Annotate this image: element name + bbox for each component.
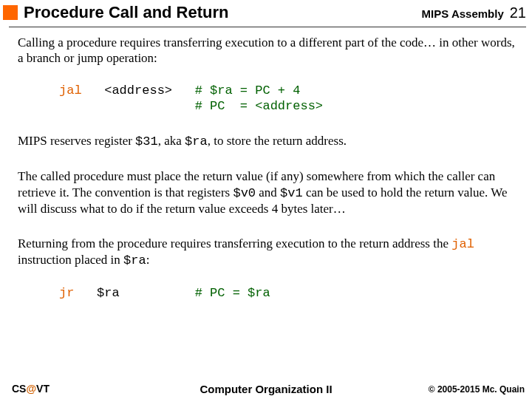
- code-keyword: jal: [59, 83, 82, 98]
- code-comment: # PC = $ra: [195, 286, 270, 300]
- footer-affiliation: CS@VT: [12, 383, 50, 395]
- code-inline: $31: [135, 134, 158, 149]
- paragraph-return: Returning from the procedure requires tr…: [18, 236, 517, 269]
- text-run: , aka: [158, 134, 185, 148]
- code-keyword: jr: [59, 286, 74, 300]
- code-inline: $v0: [233, 186, 256, 200]
- slide-footer: CS@VT Computer Organization II © 2005-20…: [0, 383, 532, 395]
- code-comment: # $ra = PC + 4: [195, 83, 301, 98]
- text-run: MIPS reserves register: [18, 134, 135, 148]
- code-jr: jr $ra # PC = $ra: [59, 285, 517, 301]
- slide-title: Procedure Call and Return: [24, 3, 422, 22]
- slide-header: Procedure Call and Return MIPS Assembly …: [0, 0, 532, 24]
- title-bullet-icon: [3, 5, 18, 20]
- code-jal: jal <address> # $ra = PC + 4 # PC = <add…: [59, 83, 517, 115]
- page-number: 21: [510, 4, 526, 21]
- paragraph-intro: Calling a procedure requires transferrin…: [18, 35, 517, 66]
- text-run: :: [146, 253, 150, 267]
- text-run: CS: [12, 383, 26, 395]
- footer-copyright: © 2005-2015 Mc. Quain: [429, 384, 525, 395]
- slide-content: Calling a procedure requires transferrin…: [0, 27, 532, 301]
- text-run: instruction placed in: [18, 253, 123, 267]
- paragraph-ra: MIPS reserves register $31, aka $ra, to …: [18, 133, 517, 149]
- text-run: , to store the return address.: [208, 134, 347, 148]
- footer-course: Computer Organization II: [200, 383, 332, 395]
- code-comment: # PC = <address>: [195, 99, 323, 113]
- slide: Procedure Call and Return MIPS Assembly …: [0, 0, 532, 399]
- header-right: MIPS Assembly 21: [422, 4, 526, 21]
- text-run: and: [256, 185, 280, 200]
- at-icon: @: [26, 383, 36, 395]
- text-run: Returning from the procedure requires tr…: [18, 236, 451, 250]
- code-arg: $ra: [97, 286, 120, 300]
- section-label: MIPS Assembly: [422, 7, 504, 20]
- text-run: VT: [36, 383, 50, 395]
- paragraph-retval: The called procedure must place the retu…: [18, 168, 517, 216]
- code-inline: $ra: [123, 253, 146, 267]
- code-inline: $ra: [185, 134, 208, 149]
- code-inline-kw: jal: [451, 237, 474, 251]
- code-arg: <address>: [104, 83, 172, 98]
- code-inline: $v1: [280, 186, 303, 200]
